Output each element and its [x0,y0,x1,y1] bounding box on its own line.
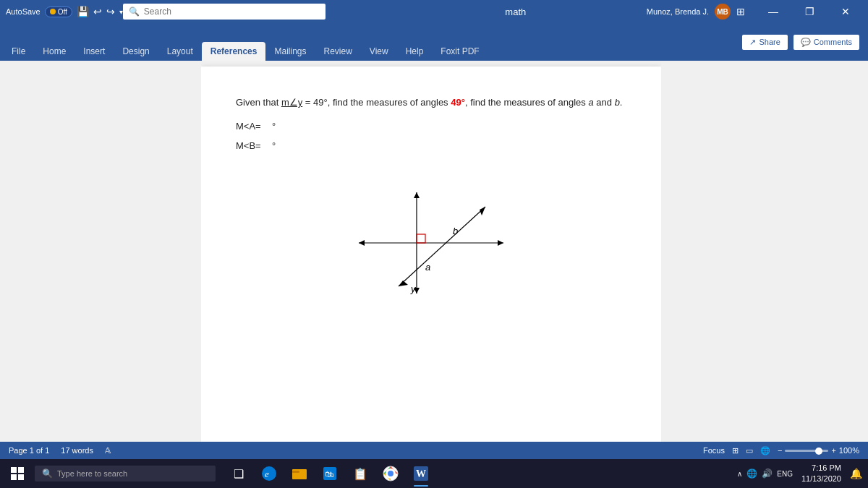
title-bar-left: AutoSave Off 💾 ↩ ↪ ▾ [6,6,123,17]
left-gutter [0,61,201,442]
geometry-diagram: b a y [344,171,518,315]
print-layout-icon[interactable]: ▭ [746,446,753,455]
status-left: Page 1 of 1 17 words 𝔸 [9,446,111,455]
autosave-label: AutoSave [6,7,41,16]
answer-line-a: M<A= ° [236,119,626,134]
svg-point-10 [262,466,276,481]
answer-line-b: M<B= ° [236,139,626,154]
windows-logo [11,467,24,480]
degree-symbol-b: ° [272,139,276,154]
svg-text:W: W [416,468,426,479]
svg-text:e: e [265,468,269,479]
read-mode-icon[interactable]: ⊞ [732,446,739,455]
close-button[interactable]: ✕ [829,0,862,23]
language-icon: 𝔸 [105,446,111,455]
title-bar: AutoSave Off 💾 ↩ ↪ ▾ 🔍 math Munoz, Brend… [0,0,868,23]
file-explorer-icon[interactable] [285,459,314,488]
tab-review[interactable]: Review [315,42,361,61]
tab-foxit-pdf[interactable]: Foxit PDF [432,42,488,61]
speaker-icon[interactable]: 🔊 [762,468,773,479]
notification-icon[interactable]: 🔔 [850,468,862,479]
redo-icon[interactable]: ↪ [106,6,115,17]
tab-layout[interactable]: Layout [158,42,202,61]
share-icon: ↗ [749,38,756,47]
label-a: a [425,262,430,273]
title-bar-center: 🔍 [123,4,385,20]
document-title: math [385,7,647,17]
tray-up-arrow[interactable]: ∧ [737,470,742,478]
taskbar-left: 🔍 Type here to search ❑ e 🛍 📋 [0,459,438,488]
time-date[interactable]: 7:16 PM 11/13/2020 [799,463,844,485]
svg-text:🛍: 🛍 [325,469,333,479]
line2-label: M<B= [236,139,261,154]
tab-references[interactable]: References [202,42,266,61]
web-layout-icon[interactable]: 🌐 [760,446,770,455]
search-input[interactable] [144,7,320,17]
taskbar-right: ∧ 🌐 🔊 ENG 7:16 PM 11/13/2020 🔔 [731,463,868,485]
autosave-state: Off [58,8,67,16]
problem-text: Given that m∠y = 49°, find the measures … [236,95,626,111]
share-button[interactable]: ↗ Share [742,35,787,50]
chrome-icon[interactable] [376,459,405,488]
document-container[interactable]: Given that m∠y = 49°, find the measures … [201,61,661,442]
zoom-thumb [815,448,822,455]
tab-file[interactable]: File [3,42,34,61]
svg-marker-1 [359,240,365,246]
tab-insert[interactable]: Insert [75,42,114,61]
current-date: 11/13/2020 [801,474,841,484]
toggle-dot [50,9,56,14]
problem-highlight: 49° [451,97,465,108]
label-b: b [453,226,458,236]
tab-help[interactable]: Help [397,42,433,61]
user-name: Munoz, Brenda J. [647,7,709,16]
autosave-toggle[interactable]: Off [45,7,72,17]
clipboard-icon[interactable]: 📋 [346,459,375,488]
problem-prefix: Given that [236,97,281,108]
current-time: 7:16 PM [801,463,841,474]
svg-marker-2 [498,240,503,246]
taskbar-search[interactable]: 🔍 Type here to search [35,466,216,481]
svg-marker-7 [480,207,485,215]
tab-mailings[interactable]: Mailings [265,42,315,61]
degree-symbol-a: ° [272,119,276,134]
store-icon[interactable]: 🛍 [315,459,344,488]
tab-design[interactable]: Design [114,42,158,61]
tab-home[interactable]: Home [34,42,75,61]
tab-view[interactable]: View [361,42,397,61]
zoom-slider[interactable] [785,450,828,452]
diagram-area: b a y [236,171,626,315]
undo-icon[interactable]: ↩ [93,6,102,17]
word-icon[interactable]: W [407,459,435,488]
restore-button[interactable]: ❐ [793,0,826,23]
window-controls: — ❐ ✕ [757,0,862,23]
edge-browser-icon[interactable]: e [255,459,284,488]
network-icon[interactable]: 🌐 [746,468,757,479]
user-avatar: MB [715,4,731,20]
svg-marker-8 [399,281,408,286]
zoom-plus[interactable]: + [831,446,835,455]
search-box[interactable]: 🔍 [123,4,326,20]
minimize-button[interactable]: — [757,0,790,23]
taskbar: 🔍 Type here to search ❑ e 🛍 📋 [0,459,868,488]
zoom-minus[interactable]: − [778,446,782,455]
problem-rest: , find the measures of angles a and b. [465,97,623,108]
comments-button[interactable]: 💬 Comments [793,35,859,50]
svg-marker-4 [414,192,420,198]
comments-label: Comments [814,38,852,46]
document-page: Given that m∠y = 49°, find the measures … [201,67,661,442]
title-bar-right: Munoz, Brenda J. MB ⊞ — ❐ ✕ [647,0,862,23]
task-view-button[interactable]: ❑ [224,459,253,488]
ribbon-right: ↗ Share 💬 Comments [733,23,868,61]
main-area: Given that m∠y = 49°, find the measures … [0,61,868,442]
zoom-percent: 100% [839,446,859,455]
svg-rect-13 [292,471,299,473]
save-icon[interactable]: 💾 [77,6,89,17]
grid-icon[interactable]: ⊞ [736,6,745,17]
line1-label: M<A= [236,119,261,134]
start-button[interactable] [3,459,32,488]
focus-label[interactable]: Focus [703,446,725,455]
ribbon: File Home Insert Design Layout Reference… [0,23,868,61]
problem-subject: m∠y [281,97,302,108]
right-gutter [661,61,868,442]
problem-equals: = 49°, find the measures of angles [302,97,451,108]
